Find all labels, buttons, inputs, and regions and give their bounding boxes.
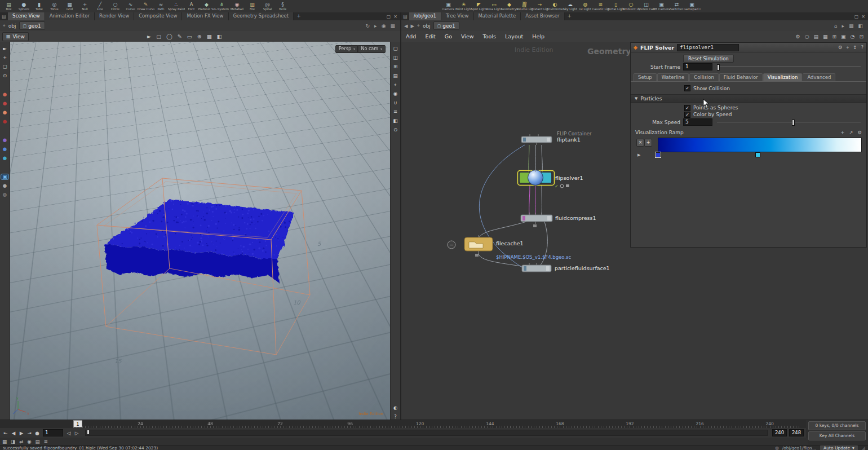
tab-tree-view[interactable]: Tree View (441, 12, 474, 20)
step-back-icon[interactable]: ◁ (65, 430, 73, 436)
start-frame-slider[interactable] (717, 64, 861, 70)
param-tab-fluid-behavior[interactable]: Fluid Behavior (719, 73, 763, 81)
menu-view[interactable]: View (457, 33, 479, 39)
presets-icon[interactable]: ⚙ (838, 45, 843, 51)
pane-close-icon[interactable]: ✕ (393, 14, 397, 19)
param-tab-setup[interactable]: Setup (634, 73, 657, 81)
select-arrow-icon[interactable]: ► (147, 33, 151, 39)
tab-geometry-spreadsheet[interactable]: Geometry Spreadsheet (229, 12, 294, 20)
menu-tools[interactable]: Tools (479, 33, 501, 39)
shelf-tool-spiral[interactable]: @Spiral (260, 0, 275, 12)
snapshot-icon[interactable]: ◉ (382, 23, 386, 29)
sculpt-tool-icon[interactable]: ● (1, 101, 8, 106)
shelf-tool-platonic-solids[interactable]: ◆Platonic Solids (199, 0, 214, 12)
node-flag-bypass-icon[interactable] (560, 184, 564, 188)
snap-prim-icon[interactable]: ◧ (217, 33, 222, 39)
color-by-speed-checkbox[interactable]: ✓ (684, 112, 690, 118)
ramp-add-point-button[interactable]: + (644, 139, 652, 147)
help-icon[interactable]: ? (861, 45, 863, 51)
pin-params-icon[interactable]: ⌖ (847, 45, 849, 51)
menu-layout[interactable]: Layout (501, 33, 528, 39)
viewport-help-icon[interactable]: ? (392, 414, 399, 420)
pin-icon[interactable]: ⌖ (417, 23, 420, 29)
color-palette-icon[interactable]: ▣ (841, 34, 846, 39)
param-tab-visualization[interactable]: Visualization (763, 73, 803, 81)
range-end-field[interactable]: 240 (772, 429, 787, 436)
shelf-tool-grid[interactable]: ▦Grid (62, 0, 77, 12)
key-all-channels-button[interactable]: Key All Channels (808, 431, 866, 440)
shelf-tool-switcher[interactable]: ⇄Switcher (669, 0, 684, 12)
shelf-tool-metaball[interactable]: ◉Metaball (229, 0, 245, 12)
display-bars-icon[interactable]: ≡ (392, 109, 399, 114)
shelf-tool-spray-paint[interactable]: ∴Spray Paint (169, 0, 184, 12)
path-node-chip[interactable]: ▢ geo1 (433, 21, 459, 30)
shelf-tool-ambient-light[interactable]: ○Ambient Light (623, 0, 639, 12)
home-view-icon[interactable]: ⌖ (392, 82, 399, 87)
timing-icon[interactable]: ◔ (851, 34, 855, 39)
shelf-tool-area-light[interactable]: ▭Area Light (486, 0, 502, 12)
ramp-point-handle[interactable] (656, 152, 661, 157)
param-tab-advanced[interactable]: Advanced (803, 73, 835, 81)
menu-edit[interactable]: Edit (420, 33, 440, 39)
max-speed-input[interactable]: 5 (683, 118, 712, 126)
split-icon[interactable]: ◧ (858, 23, 863, 29)
audio-icon[interactable]: ◉ (27, 439, 31, 444)
select-tool-icon[interactable]: ► (1, 46, 8, 51)
shelf-tool-path[interactable]: ≈Path (153, 0, 169, 12)
network-grid-icon[interactable]: ▦ (849, 23, 854, 29)
shelf-tool-distant-light[interactable]: →Distant Light (532, 0, 547, 12)
global-end-field[interactable]: 248 (789, 429, 804, 436)
node-lock-icon[interactable] (533, 224, 537, 227)
volume-tool-icon[interactable]: ◍ (1, 192, 8, 197)
select-all-icon[interactable]: ⊕ (197, 33, 202, 39)
tab-composite-view[interactable]: Composite View (134, 12, 182, 20)
shelf-tool-point-light[interactable]: ☀Point Light (456, 0, 471, 12)
frame-selected-icon[interactable]: ◉ (392, 91, 399, 96)
shelf-tool-stereo-camera[interactable]: ◫Stereo Camera (639, 0, 654, 12)
shelf-tool-caustic-light[interactable]: ≋Caustic Light (593, 0, 608, 12)
max-speed-slider[interactable] (717, 119, 861, 125)
move-tool-icon[interactable]: + (1, 55, 8, 60)
ramp-point-handle[interactable] (755, 152, 760, 157)
pane-menu-icon[interactable]: ▤ (0, 12, 8, 20)
shelf-tool-tube[interactable]: ▮Tube (32, 0, 47, 12)
path-context[interactable]: obj (8, 23, 16, 29)
tab-motion-fx-view[interactable]: Motion FX View (182, 12, 228, 20)
current-frame-marker[interactable]: 1 (73, 420, 82, 427)
tab-render-view[interactable]: Render View (95, 12, 134, 20)
cloth-tool-icon[interactable]: ● (1, 138, 8, 143)
menu-help[interactable]: Help (528, 33, 549, 39)
pane-maximize-icon[interactable]: ▢ (387, 14, 391, 19)
shelf-tool-camera[interactable]: ▣Camera (441, 0, 456, 12)
shelf-tool-l-system[interactable]: ⋔L-System (214, 0, 229, 12)
keyframe-scope-icon[interactable]: ◨ (11, 439, 15, 444)
new-pane-tab-button[interactable]: + (565, 12, 575, 20)
reset-simulation-button[interactable]: Reset Simulation (683, 55, 734, 63)
add-pane-icon[interactable]: ⊞ (832, 34, 837, 39)
sync-icon[interactable]: ↕ (853, 45, 857, 51)
tab-material-palette[interactable]: Material Palette (474, 12, 521, 20)
shelf-tool-volume-light[interactable]: ▒Volume Light (517, 0, 532, 12)
frame-ruler[interactable]: 24487296120144168192216240 1 (0, 420, 806, 429)
tab-asset-browser[interactable]: Asset Browser (521, 12, 564, 20)
refresh-icon[interactable]: ↻ (366, 23, 370, 29)
realtime-toggle-icon[interactable]: ⇄ (19, 439, 23, 444)
param-tab-collision[interactable]: Collision (689, 73, 719, 81)
brush-select-icon[interactable]: ✎ (178, 33, 182, 39)
new-pane-tab-button[interactable]: + (294, 12, 304, 20)
flag-icon[interactable]: ▸ (842, 23, 844, 29)
handles-tool-icon[interactable]: ▢ (1, 64, 8, 69)
shelf-tool-portal-light[interactable]: ▯Portal Light (608, 0, 623, 12)
shade-mode-icon[interactable]: ◧ (392, 118, 399, 123)
shelf-tool-torus[interactable]: ◎Torus (47, 0, 62, 12)
ramp-expand-icon[interactable]: ↗ (849, 130, 853, 135)
tab-scene-view[interactable]: Scene View (8, 12, 45, 20)
menu-go[interactable]: Go (440, 33, 457, 39)
resize-grip[interactable]: ◢ (862, 445, 865, 450)
shelf-tool-curve[interactable]: ∿Curve (123, 0, 138, 12)
comb-tool-icon[interactable]: ● (1, 110, 8, 115)
camera-persp-dropdown[interactable]: Persp▾ (335, 45, 358, 53)
node-filecache1[interactable]: − filecache1 $HIPNAME.$OS_v1.$F4.bgeo.sc (448, 235, 572, 260)
step-forward-icon[interactable]: ▷ (73, 430, 81, 436)
shelf-tool-circle[interactable]: ○Circle (108, 0, 123, 12)
